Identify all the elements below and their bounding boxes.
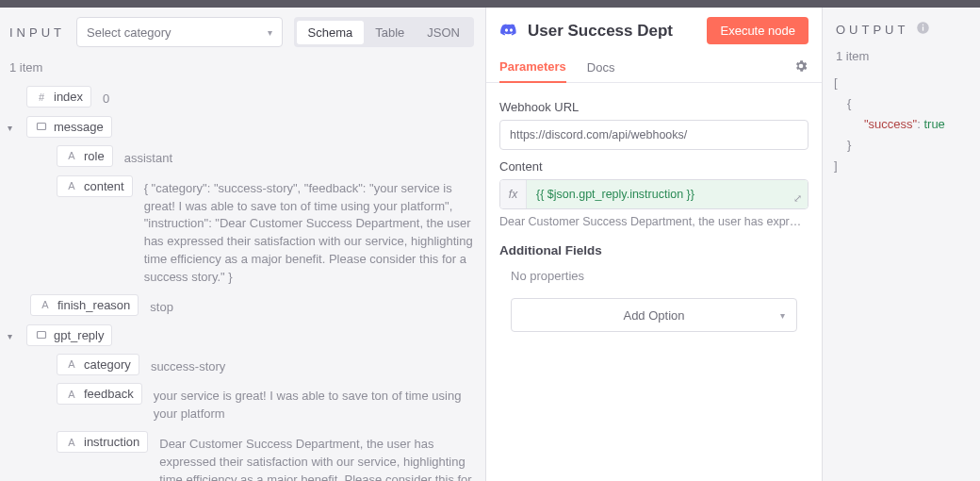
- node-title: User Success Dept: [528, 22, 697, 41]
- content-expression-input[interactable]: fx {{ $json.gpt_reply.instruction }} ⤢: [499, 179, 808, 209]
- output-panel: OUTPUT 1 item [ { "success": true } ]: [823, 8, 980, 481]
- expand-icon[interactable]: ⤢: [793, 192, 802, 205]
- string-icon: A: [65, 149, 78, 162]
- tree-row-gpt-feedback[interactable]: Afeedback your service is great! I was a…: [8, 379, 478, 427]
- info-icon[interactable]: [916, 21, 930, 38]
- string-icon: A: [65, 436, 78, 449]
- tree-row-index[interactable]: #index 0: [8, 82, 478, 112]
- output-json: [ { "success": true } ]: [823, 71, 980, 176]
- string-icon: A: [65, 388, 78, 401]
- gear-icon[interactable]: [793, 58, 808, 76]
- execute-node-button[interactable]: Execute node: [707, 17, 808, 44]
- tree-row-message[interactable]: ▾ message: [8, 112, 478, 141]
- svg-rect-4: [923, 25, 923, 25]
- collapse-toggle-icon[interactable]: ▾: [8, 324, 21, 341]
- tab-json[interactable]: JSON: [416, 21, 471, 44]
- chevron-down-icon: ▾: [268, 27, 272, 38]
- svg-rect-3: [923, 26, 923, 30]
- tree-row-role[interactable]: Arole assistant: [8, 141, 478, 172]
- output-item-count: 1 item: [823, 45, 980, 71]
- hash-icon: #: [35, 91, 48, 104]
- category-select-placeholder: Select category: [87, 25, 172, 40]
- webhook-url-label: Webhook URL: [499, 100, 808, 114]
- tree-row-finish-reason[interactable]: Afinish_reason stop: [8, 290, 478, 321]
- view-mode-tabs: Schema Table JSON: [294, 17, 474, 47]
- string-icon: A: [39, 298, 52, 311]
- node-config-panel: User Success Dept Execute node Parameter…: [486, 8, 823, 481]
- additional-fields-title: Additional Fields: [499, 243, 808, 257]
- tree-row-gpt-category[interactable]: Acategory success-story: [8, 350, 478, 380]
- string-icon: A: [65, 357, 78, 371]
- fx-icon: fx: [500, 180, 527, 208]
- input-item-count: 1 item: [0, 57, 485, 82]
- object-icon: [35, 120, 48, 133]
- tree-row-gpt-instruction[interactable]: Ainstruction Dear Customer Success Depar…: [8, 427, 478, 481]
- input-title: INPUT: [9, 25, 65, 40]
- discord-icon: [499, 22, 518, 41]
- expression-text: {{ $json.gpt_reply.instruction }}: [536, 188, 694, 201]
- content-label: Content: [499, 159, 808, 174]
- input-tree: #index 0 ▾ message Arole assistant Acont…: [0, 82, 485, 481]
- collapse-toggle-icon[interactable]: ▾: [8, 116, 21, 133]
- tab-schema[interactable]: Schema: [297, 21, 365, 44]
- content-preview: Dear Customer Success Department, the us…: [499, 215, 808, 228]
- object-icon: [35, 328, 48, 341]
- tab-parameters[interactable]: Parameters: [499, 52, 566, 83]
- input-panel: INPUT Select category ▾ Schema Table JSO…: [0, 8, 486, 481]
- svg-rect-1: [38, 332, 46, 339]
- tab-docs[interactable]: Docs: [587, 53, 615, 82]
- app-topbar: [0, 0, 980, 8]
- add-option-button[interactable]: Add Option ▾: [511, 298, 797, 332]
- tree-row-gpt-reply[interactable]: ▾ gpt_reply: [8, 321, 478, 350]
- category-select[interactable]: Select category ▾: [76, 17, 283, 47]
- no-properties-text: No properties: [499, 263, 808, 283]
- chevron-down-icon: ▾: [780, 310, 785, 321]
- string-icon: A: [65, 179, 78, 192]
- tree-row-content[interactable]: Acontent { "category": "success-story", …: [8, 172, 478, 290]
- tab-table[interactable]: Table: [364, 21, 416, 44]
- blurred-overlay: [703, 122, 807, 148]
- output-title: OUTPUT: [836, 23, 908, 37]
- svg-rect-0: [38, 124, 46, 130]
